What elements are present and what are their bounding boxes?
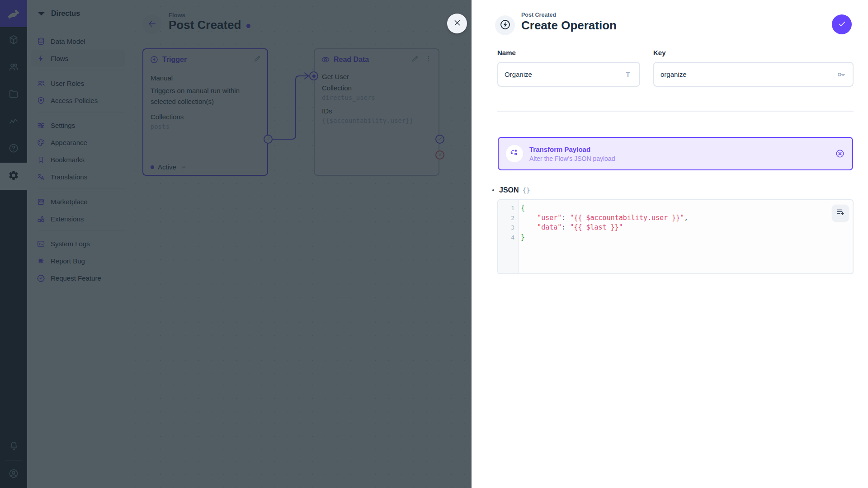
drawer-header-icon-circle — [495, 15, 515, 35]
name-label: Name — [497, 49, 516, 56]
operation-card-title: Transform Payload — [529, 145, 615, 153]
json-field-label: JSON — [499, 186, 519, 194]
svg-text:T: T — [626, 70, 630, 78]
modal-overlay[interactable] — [0, 0, 472, 488]
line-content: { — [518, 203, 525, 213]
close-icon — [453, 18, 462, 29]
key-input[interactable]: organize — [653, 62, 854, 87]
operation-card-subtitle: Alter the Flow's JSON payload — [529, 155, 615, 162]
add-template-button[interactable] — [832, 205, 849, 221]
json-code-editor[interactable]: 1{2 "user": "{{ $accountability.user }}"… — [497, 199, 854, 274]
line-number: 1 — [498, 203, 518, 213]
playlist-add-icon — [835, 207, 845, 219]
line-content: } — [518, 233, 525, 243]
key-label: Key — [653, 49, 666, 56]
key-value: organize — [660, 70, 687, 78]
operation-icon-circle — [506, 145, 523, 162]
json-field-header: JSON {} — [492, 186, 530, 194]
code-area[interactable]: 1{2 "user": "{{ $accountability.user }}"… — [498, 200, 853, 246]
code-line: 3 "data": "{{ $last }}" — [498, 223, 853, 233]
drawer-divider — [497, 111, 854, 112]
create-operation-drawer: Post Created Create Operation Name Organ… — [472, 0, 868, 488]
title-icon: T — [623, 70, 633, 80]
key-icon — [836, 70, 846, 80]
edited-indicator — [492, 189, 494, 191]
line-content: "data": "{{ $last }}" — [518, 223, 623, 233]
drawer-breadcrumb: Post Created — [521, 12, 556, 18]
deselect-operation-icon[interactable] — [835, 149, 845, 159]
drawer-title: Create Operation — [521, 19, 617, 33]
check-icon — [837, 19, 847, 30]
save-button[interactable] — [832, 14, 852, 34]
name-value: Organize — [505, 70, 532, 78]
bolt-circle-icon — [499, 19, 511, 33]
line-number: 3 — [498, 223, 518, 233]
drawer-close-button[interactable] — [447, 14, 467, 33]
line-number: 4 — [498, 233, 518, 243]
line-number: 2 — [498, 213, 518, 223]
code-line: 4} — [498, 233, 853, 243]
name-input[interactable]: Organize T — [497, 62, 640, 87]
transform-icon — [509, 148, 519, 160]
code-line: 1{ — [498, 203, 853, 213]
line-content: "user": "{{ $accountability.user }}", — [518, 213, 688, 223]
code-line: 2 "user": "{{ $accountability.user }}", — [498, 213, 853, 223]
braces-icon: {} — [523, 187, 530, 194]
operation-type-card[interactable]: Transform Payload Alter the Flow's JSON … — [498, 137, 853, 170]
